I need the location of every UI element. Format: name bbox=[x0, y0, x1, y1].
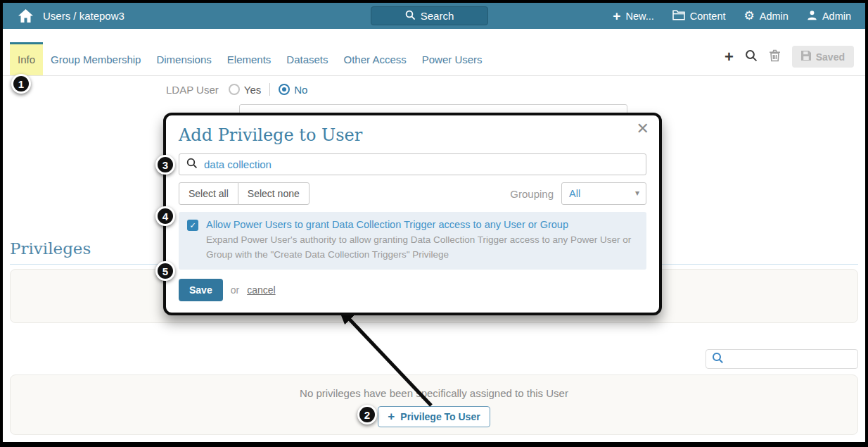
gear-icon: ⚙ bbox=[744, 10, 755, 22]
grouping-value: All bbox=[569, 188, 580, 199]
plus-icon: + bbox=[613, 9, 620, 23]
tabs: Info Group Membership Dimensions Element… bbox=[10, 42, 490, 75]
breadcrumb: Users / katepow3 bbox=[43, 10, 125, 22]
search-icon bbox=[712, 352, 724, 367]
privileges-search-input[interactable] bbox=[706, 349, 858, 369]
cancel-link[interactable]: cancel bbox=[247, 284, 275, 296]
search-icon[interactable] bbox=[745, 49, 758, 65]
admin-menu[interactable]: ⚙ Admin bbox=[744, 10, 789, 22]
callout-2: 2 bbox=[357, 405, 377, 424]
ldap-user-row: LDAP User Yes No bbox=[166, 83, 307, 96]
tab-group-membership[interactable]: Group Membership bbox=[43, 42, 148, 75]
or-label: or bbox=[231, 284, 239, 296]
tab-elements[interactable]: Elements bbox=[219, 42, 279, 75]
privilege-text: Allow Power Users to grant Data Collecti… bbox=[206, 219, 638, 263]
privilege-search-value: data collection bbox=[204, 158, 272, 170]
ldap-no-label: No bbox=[294, 84, 307, 96]
callout-3: 3 bbox=[155, 155, 175, 175]
callout-4: 4 bbox=[155, 206, 175, 226]
privilege-title: Allow Power Users to grant Data Collecti… bbox=[206, 219, 638, 230]
tab-dimensions[interactable]: Dimensions bbox=[148, 42, 219, 75]
content-menu[interactable]: Content bbox=[672, 10, 726, 23]
modal-controls: Select all Select none Grouping All ▾ bbox=[179, 182, 646, 205]
folder-icon bbox=[672, 10, 685, 23]
user-menu-label: Admin bbox=[822, 11, 851, 22]
app-header: Users / katepow3 Search + New... Content… bbox=[3, 3, 865, 29]
tab-bar: Info Group Membership Dimensions Element… bbox=[3, 29, 865, 76]
content-menu-label: Content bbox=[690, 11, 726, 22]
user-menu[interactable]: Admin bbox=[807, 10, 851, 23]
modal-title: Add Privilege to User bbox=[179, 125, 646, 145]
tab-datasets[interactable]: Datasets bbox=[279, 42, 336, 75]
new-menu[interactable]: + New... bbox=[613, 9, 653, 23]
callout-5: 5 bbox=[155, 261, 175, 281]
privilege-description: Expand Power User's authority to allow g… bbox=[206, 233, 638, 263]
privilege-option-row[interactable]: ✓ Allow Power Users to grant Data Collec… bbox=[179, 212, 646, 270]
close-icon[interactable]: ✕ bbox=[637, 121, 649, 137]
select-none-button[interactable]: Select none bbox=[238, 182, 309, 205]
add-icon[interactable]: + bbox=[725, 49, 734, 65]
modal-footer: Save or cancel bbox=[179, 279, 646, 301]
saved-button-label: Saved bbox=[816, 51, 845, 63]
selection-button-group: Select all Select none bbox=[179, 182, 309, 205]
home-icon[interactable] bbox=[18, 9, 33, 23]
save-button[interactable]: Save bbox=[179, 279, 223, 301]
global-search-label: Search bbox=[421, 10, 454, 22]
ldap-yes-label: Yes bbox=[244, 84, 261, 96]
tab-power-users[interactable]: Power Users bbox=[414, 42, 490, 75]
divider bbox=[269, 83, 270, 96]
grouping-select[interactable]: All ▾ bbox=[561, 182, 646, 205]
plus-icon: + bbox=[388, 411, 395, 422]
user-icon bbox=[807, 10, 817, 23]
privilege-checkbox[interactable]: ✓ bbox=[187, 220, 198, 231]
chevron-down-icon: ▾ bbox=[635, 188, 639, 198]
check-icon: ✓ bbox=[189, 221, 196, 230]
tab-other-access[interactable]: Other Access bbox=[336, 42, 414, 75]
app-window: Users / katepow3 Search + New... Content… bbox=[0, 0, 868, 447]
ldap-yes-radio[interactable] bbox=[229, 84, 240, 95]
record-actions: + Saved bbox=[725, 46, 854, 68]
no-privileges-message: No privileges have been specifically ass… bbox=[300, 387, 568, 399]
search-icon bbox=[186, 158, 198, 172]
grouping-label: Grouping bbox=[510, 188, 554, 200]
global-search-button[interactable]: Search bbox=[371, 6, 488, 25]
new-menu-label: New... bbox=[625, 11, 653, 22]
callout-1: 1 bbox=[11, 74, 31, 94]
ldap-user-label: LDAP User bbox=[166, 84, 219, 96]
admin-menu-label: Admin bbox=[760, 11, 789, 22]
save-disk-icon bbox=[801, 51, 811, 63]
privilege-search-input[interactable]: data collection bbox=[179, 153, 646, 175]
tab-info[interactable]: Info bbox=[10, 42, 43, 75]
select-all-button[interactable]: Select all bbox=[179, 182, 238, 205]
header-actions: + New... Content ⚙ Admin Admin bbox=[613, 9, 865, 23]
trash-icon[interactable] bbox=[769, 49, 781, 65]
saved-button: Saved bbox=[792, 46, 854, 68]
privileges-panel: No privileges have been specifically ass… bbox=[10, 374, 858, 435]
add-privilege-button[interactable]: + Privilege To User bbox=[378, 406, 490, 427]
search-icon bbox=[405, 10, 416, 23]
add-privilege-label: Privilege To User bbox=[400, 411, 480, 422]
ldap-no-radio[interactable] bbox=[279, 84, 290, 95]
add-privilege-modal: ✕ Add Privilege to User data collection … bbox=[163, 113, 662, 315]
